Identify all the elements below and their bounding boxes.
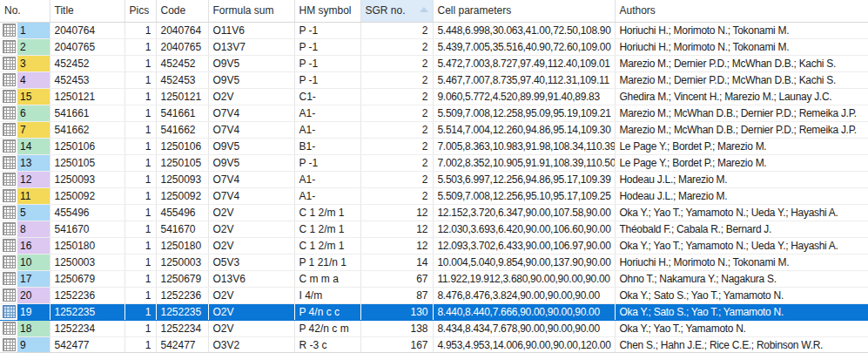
cell-code[interactable]: 1250679 bbox=[156, 270, 208, 287]
cell-parameters[interactable]: 7.005,8.363,10.983,91.98,108.34,110.39 bbox=[433, 138, 615, 154]
column-header-formula[interactable]: Formula sum bbox=[208, 0, 294, 22]
cell-title[interactable]: 1252234 bbox=[50, 320, 124, 336]
grid-icon[interactable] bbox=[3, 90, 16, 103]
cell-authors[interactable]: Ohno T.; Nakamura Y.; Nagakura S. bbox=[615, 270, 868, 287]
cell-hm-symbol[interactable]: A1- bbox=[294, 121, 360, 138]
grid-icon[interactable] bbox=[3, 156, 16, 169]
cell-title[interactable]: 1250180 bbox=[50, 237, 124, 254]
cell-title[interactable]: 1250092 bbox=[50, 187, 124, 204]
cell-pics[interactable]: 1 bbox=[124, 221, 156, 237]
row-number-cell[interactable]: 17 bbox=[0, 270, 50, 287]
cell-code[interactable]: 1250121 bbox=[156, 88, 208, 105]
column-header-sgr[interactable]: SGR no. bbox=[360, 0, 433, 22]
cell-formula-sum[interactable]: O3V2 bbox=[208, 336, 294, 353]
cell-title[interactable]: 1250093 bbox=[50, 171, 124, 187]
row-number-cell[interactable]: 4 bbox=[0, 71, 50, 88]
grid-icon[interactable] bbox=[3, 322, 16, 335]
cell-parameters[interactable]: 5.467,7.007,8.735,97.40,112.31,109.11 bbox=[433, 71, 615, 88]
cell-pics[interactable]: 1 bbox=[124, 254, 156, 270]
table-row[interactable]: 19125223511252235O2VP 4/n c c1308.440,8.… bbox=[0, 303, 868, 320]
cell-pics[interactable]: 1 bbox=[124, 55, 156, 71]
row-number-cell[interactable]: 11 bbox=[0, 187, 50, 204]
row-number-cell[interactable]: 14 bbox=[0, 138, 50, 154]
grid-icon[interactable] bbox=[3, 305, 16, 318]
cell-sgr-no[interactable]: 167 bbox=[360, 336, 433, 353]
cell-sgr-no[interactable]: 2 bbox=[360, 105, 433, 121]
cell-pics[interactable]: 1 bbox=[124, 38, 156, 55]
cell-formula-sum[interactable]: O2V bbox=[208, 320, 294, 336]
row-number-cell[interactable]: 6 bbox=[0, 105, 50, 121]
cell-formula-sum[interactable]: O2V bbox=[208, 303, 294, 320]
grid-icon[interactable] bbox=[3, 24, 16, 37]
cell-formula-sum[interactable]: O7V4 bbox=[208, 171, 294, 187]
column-header-hm[interactable]: HM symbol bbox=[294, 0, 360, 22]
cell-code[interactable]: 541662 bbox=[156, 121, 208, 138]
cell-parameters[interactable]: 8.476,8.476,3.824,90.00,90.00,90.00 bbox=[433, 287, 615, 303]
cell-authors[interactable]: Marezio M.; McWhan D.B.; Dernier P.D.; R… bbox=[615, 105, 868, 121]
row-number-cell[interactable]: 13 bbox=[0, 154, 50, 171]
cell-title[interactable]: 2040764 bbox=[50, 22, 124, 38]
cell-pics[interactable]: 1 bbox=[124, 320, 156, 336]
cell-formula-sum[interactable]: O5V3 bbox=[208, 254, 294, 270]
cell-sgr-no[interactable]: 87 bbox=[360, 287, 433, 303]
row-number-cell[interactable]: 1 bbox=[0, 22, 50, 38]
cell-parameters[interactable]: 12.093,3.702,6.433,90.00,106.97,90.00 bbox=[433, 237, 615, 254]
cell-hm-symbol[interactable]: C m m a bbox=[294, 270, 360, 287]
table-row[interactable]: 1204076412040764O11V6P -125.448,6.998,30… bbox=[0, 22, 868, 38]
grid-icon[interactable] bbox=[3, 57, 16, 70]
cell-authors[interactable]: Théobald F.; Cabala R.; Bernard J. bbox=[615, 221, 868, 237]
grid-icon[interactable] bbox=[3, 255, 16, 268]
table-row[interactable]: 20125223611252236O2VI 4/m878.476,8.476,3… bbox=[0, 287, 868, 303]
cell-parameters[interactable]: 9.060,5.772,4.520,89.99,91.40,89.83 bbox=[433, 88, 615, 105]
table-row[interactable]: 12125009311250093O7V4A1-25.503,6.997,12.… bbox=[0, 171, 868, 187]
cell-code[interactable]: 542477 bbox=[156, 336, 208, 353]
cell-hm-symbol[interactable]: P -1 bbox=[294, 55, 360, 71]
cell-sgr-no[interactable]: 130 bbox=[360, 303, 433, 320]
cell-sgr-no[interactable]: 2 bbox=[360, 171, 433, 187]
cell-title[interactable]: 1250105 bbox=[50, 154, 124, 171]
cell-code[interactable]: 2040764 bbox=[156, 22, 208, 38]
row-number-cell[interactable]: 3 bbox=[0, 55, 50, 71]
cell-code[interactable]: 452453 bbox=[156, 71, 208, 88]
cell-code[interactable]: 1250106 bbox=[156, 138, 208, 154]
cell-title[interactable]: 541661 bbox=[50, 105, 124, 121]
cell-authors[interactable]: Hodeau J.L.; Marezio M. bbox=[615, 187, 868, 204]
table-row[interactable]: 34524521452452O9V5P -125.472,7.003,8.727… bbox=[0, 55, 868, 71]
cell-formula-sum[interactable]: O13V7 bbox=[208, 38, 294, 55]
cell-title[interactable]: 541662 bbox=[50, 121, 124, 138]
cell-formula-sum[interactable]: O9V5 bbox=[208, 71, 294, 88]
grid-icon[interactable] bbox=[3, 222, 16, 235]
cell-authors[interactable]: Oka Y.; Sato S.; Yao T.; Yamamoto N. bbox=[615, 303, 868, 320]
table-row[interactable]: 17125067911250679O13V6C m m a6711.922,19… bbox=[0, 270, 868, 287]
cell-code[interactable]: 1252236 bbox=[156, 287, 208, 303]
cell-sgr-no[interactable]: 12 bbox=[360, 237, 433, 254]
cell-hm-symbol[interactable]: P -1 bbox=[294, 38, 360, 55]
cell-authors[interactable]: Horiuchi H.; Morimoto N.; Tokonami M. bbox=[615, 22, 868, 38]
cell-pics[interactable]: 1 bbox=[124, 154, 156, 171]
table-row[interactable]: 13125010511250105O9V5P -127.002,8.352,10… bbox=[0, 154, 868, 171]
cell-pics[interactable]: 1 bbox=[124, 237, 156, 254]
cell-code[interactable]: 452452 bbox=[156, 55, 208, 71]
grid-icon[interactable] bbox=[3, 123, 16, 136]
cell-parameters[interactable]: 12.152,3.720,6.347,90.00,107.58,90.00 bbox=[433, 204, 615, 221]
cell-sgr-no[interactable]: 67 bbox=[360, 270, 433, 287]
cell-code[interactable]: 1250105 bbox=[156, 154, 208, 171]
cell-authors[interactable]: Le Page Y.; Bordet P.; Marezio M. bbox=[615, 154, 868, 171]
table-row[interactable]: 2204076512040765O13V7P -125.439,7.005,35… bbox=[0, 38, 868, 55]
grid-icon[interactable] bbox=[3, 106, 16, 119]
cell-formula-sum[interactable]: O9V5 bbox=[208, 154, 294, 171]
cell-parameters[interactable]: 5.448,6.998,30.063,41.00,72.50,108.90 bbox=[433, 22, 615, 38]
cell-parameters[interactable]: 12.030,3.693,6.420,90.00,106.60,90.00 bbox=[433, 221, 615, 237]
grid-icon[interactable] bbox=[3, 206, 16, 219]
table-row[interactable]: 44524531452453O9V5P -125.467,7.007,8.735… bbox=[0, 71, 868, 88]
table-row[interactable]: 95424771542477O3V2R -3 c1674.953,4.953,1… bbox=[0, 336, 868, 353]
cell-code[interactable]: 1252234 bbox=[156, 320, 208, 336]
cell-authors[interactable]: Hodeau J.L.; Marezio M. bbox=[615, 171, 868, 187]
grid-icon[interactable] bbox=[3, 272, 16, 285]
grid-icon[interactable] bbox=[3, 189, 16, 202]
cell-hm-symbol[interactable]: P -1 bbox=[294, 22, 360, 38]
table-row[interactable]: 14125010611250106O9V5B1-27.005,8.363,10.… bbox=[0, 138, 868, 154]
row-number-cell[interactable]: 18 bbox=[0, 320, 50, 336]
cell-pics[interactable]: 1 bbox=[124, 22, 156, 38]
cell-hm-symbol[interactable]: P 42/n c m bbox=[294, 320, 360, 336]
